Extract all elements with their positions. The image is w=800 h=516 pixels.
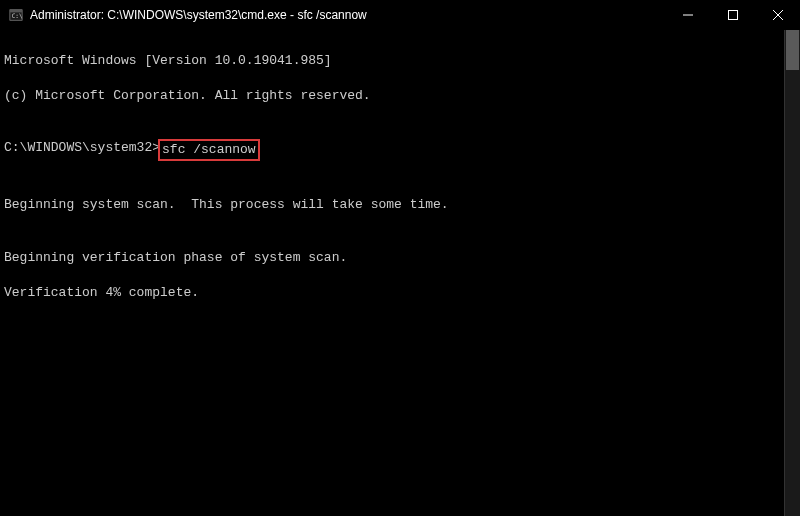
svg-rect-4 (728, 11, 737, 20)
verification-phase-line: Beginning verification phase of system s… (4, 249, 780, 267)
maximize-button[interactable] (710, 0, 755, 30)
maximize-icon (728, 10, 738, 20)
window-title: Administrator: C:\WINDOWS\system32\cmd.e… (30, 8, 665, 22)
window-controls (665, 0, 800, 29)
command-highlight: sfc /scannow (158, 139, 260, 161)
copyright-line: (c) Microsoft Corporation. All rights re… (4, 87, 780, 105)
verification-progress-line: Verification 4% complete. (4, 284, 780, 302)
version-line: Microsoft Windows [Version 10.0.19041.98… (4, 52, 780, 70)
close-button[interactable] (755, 0, 800, 30)
terminal-output[interactable]: Microsoft Windows [Version 10.0.19041.98… (0, 30, 784, 516)
prompt-line: C:\WINDOWS\system32>sfc /scannow (4, 139, 780, 161)
scrollbar-thumb[interactable] (786, 30, 799, 70)
close-icon (773, 10, 783, 20)
cmd-window: C:\ Administrator: C:\WINDOWS\system32\c… (0, 0, 800, 516)
cmd-icon: C:\ (8, 7, 24, 23)
titlebar[interactable]: C:\ Administrator: C:\WINDOWS\system32\c… (0, 0, 800, 30)
minimize-button[interactable] (665, 0, 710, 30)
scan-begin-line: Beginning system scan. This process will… (4, 196, 780, 214)
minimize-icon (683, 10, 693, 20)
vertical-scrollbar[interactable] (784, 30, 800, 516)
command-text: sfc /scannow (162, 142, 256, 157)
svg-text:C:\: C:\ (12, 11, 23, 18)
terminal-body: Microsoft Windows [Version 10.0.19041.98… (0, 30, 800, 516)
prompt-text: C:\WINDOWS\system32> (4, 139, 160, 161)
